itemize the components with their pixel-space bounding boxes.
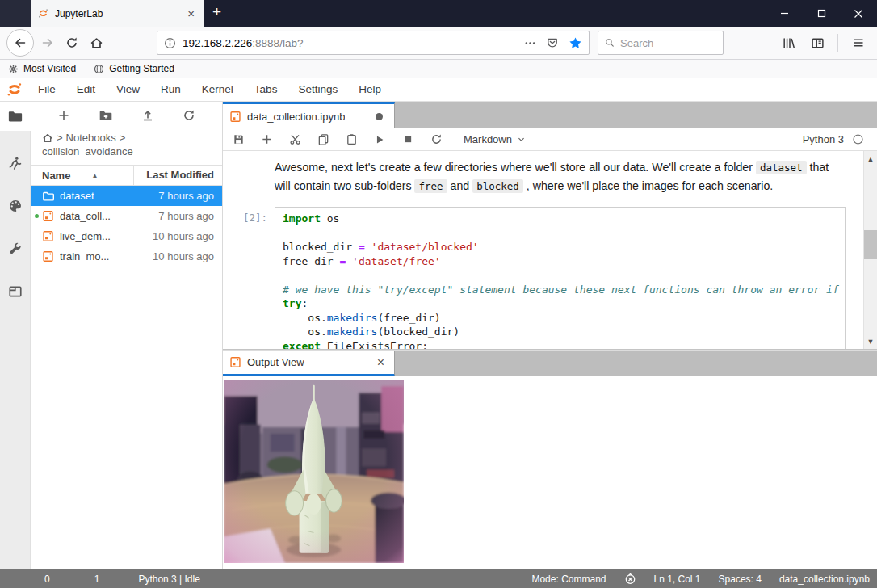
tab-spaces[interactable]: Spaces: 4 <box>719 573 762 585</box>
reload-button[interactable] <box>60 31 84 55</box>
sidebar-tab-tools[interactable] <box>0 234 31 263</box>
file-row-train-mo[interactable]: train_mo...10 hours ago <box>31 246 222 267</box>
close-tab-icon[interactable]: × <box>374 356 388 369</box>
search-input[interactable] <box>620 37 716 49</box>
file-modified: 10 hours ago <box>133 250 222 262</box>
markdown-text: and <box>447 179 473 192</box>
site-info-icon[interactable] <box>164 37 176 49</box>
pocket-icon[interactable] <box>546 36 559 49</box>
file-modified: 10 hours ago <box>133 230 222 242</box>
menu-help[interactable]: Help <box>348 78 392 101</box>
cut-cells-button[interactable] <box>287 132 302 147</box>
sidebars-button[interactable] <box>805 31 829 55</box>
column-last-modified[interactable]: Last Modified <box>133 166 222 185</box>
execution-count: [2]: <box>223 207 275 349</box>
jupyter-logo-icon <box>37 7 49 19</box>
refresh-icon[interactable] <box>183 109 195 122</box>
browser-tab-jupyterlab[interactable]: JupyterLab × <box>31 0 204 27</box>
file-row-live-dem[interactable]: live_dem...10 hours ago <box>31 226 222 246</box>
url-path: :8888/lab? <box>252 37 303 49</box>
file-row-data-coll[interactable]: data_coll...7 hours ago <box>31 206 222 226</box>
globe-icon <box>94 64 104 74</box>
menu-view[interactable]: View <box>106 78 150 101</box>
back-button[interactable] <box>6 29 34 57</box>
minimize-button[interactable] <box>766 0 803 27</box>
terminals-count[interactable]: 0 <box>44 573 50 585</box>
home-button[interactable] <box>84 31 108 55</box>
menu-edit[interactable]: Edit <box>66 78 106 101</box>
scroll-up-icon[interactable]: ▲ <box>864 153 877 165</box>
menu-button[interactable] <box>846 31 871 55</box>
new-tab-button[interactable]: + <box>204 0 230 27</box>
url-bar[interactable]: 192.168.2.226:8888/lab? <box>157 31 590 55</box>
tab-data-collection-notebook[interactable]: data_collection.ipynb <box>223 102 395 128</box>
notebook-file-icon <box>229 356 241 368</box>
library-button[interactable] <box>776 31 800 55</box>
tab-output-view[interactable]: Output View × <box>223 351 395 376</box>
maximize-button[interactable] <box>803 0 840 27</box>
sidebar-tab-opentabs[interactable] <box>0 277 31 306</box>
file-list-header: Name ▲ Last Modified <box>31 165 222 186</box>
code-editor[interactable]: import os blocked_dir = 'dataset/blocked… <box>275 207 846 349</box>
cell-type-dropdown[interactable]: Markdown <box>464 133 526 145</box>
bookmark-most-visited[interactable]: Most Visited <box>8 63 76 74</box>
breadcrumb-home-icon[interactable] <box>42 132 53 144</box>
run-cell-button[interactable] <box>372 132 387 147</box>
code-line <box>275 268 845 283</box>
forward-button[interactable] <box>36 31 60 55</box>
upload-icon[interactable] <box>141 109 154 122</box>
code-line: import os <box>275 212 845 226</box>
jupyterlab-menubar: FileEditViewRunKernelTabsSettingsHelp <box>0 78 877 102</box>
breadcrumb-current[interactable]: collision_avoidance <box>42 145 133 158</box>
kernels-count[interactable]: 1 <box>94 573 100 585</box>
stop-kernel-button[interactable] <box>401 132 415 147</box>
cursor-position[interactable]: Ln 1, Col 1 <box>654 573 701 585</box>
close-window-button[interactable] <box>840 0 877 27</box>
sidebar-tab-filebrowser[interactable] <box>0 102 31 131</box>
breadcrumb-parent[interactable]: Notebooks <box>66 131 116 145</box>
kernel-indicator[interactable]: Python 3 <box>803 133 869 145</box>
trust-indicator-icon[interactable] <box>624 573 636 585</box>
code-line <box>275 226 845 241</box>
search-box[interactable] <box>598 31 724 55</box>
sidebar-tab-commands[interactable] <box>0 191 31 220</box>
menu-tabs[interactable]: Tabs <box>244 78 288 101</box>
file-browser-panel: > Notebooks > collision_avoidance Name ▲… <box>31 102 223 569</box>
firefox-window: JupyterLab × + 192.168.2.226:8888/lab? <box>0 0 877 588</box>
paste-cells-button[interactable] <box>344 132 359 147</box>
bookmarks-bar: Most Visited Getting Started <box>0 60 877 78</box>
tab-close-icon[interactable]: × <box>185 7 197 19</box>
file-modified: 7 hours ago <box>133 190 222 202</box>
url-text[interactable]: 192.168.2.226:8888/lab? <box>183 37 518 49</box>
cell-type-value: Markdown <box>464 133 512 145</box>
page-actions-icon[interactable] <box>524 37 536 49</box>
file-row-dataset[interactable]: dataset7 hours ago <box>31 186 222 206</box>
unsaved-changes-icon[interactable] <box>376 113 383 120</box>
save-button[interactable] <box>231 132 245 147</box>
notebook-content[interactable]: Awesome, next let's create a few directo… <box>223 151 877 350</box>
new-folder-icon[interactable] <box>99 108 113 123</box>
active-file-name[interactable]: data_collection.ipynb <box>779 573 870 585</box>
running-kernel-dot <box>35 214 39 218</box>
new-launcher-icon[interactable] <box>57 109 70 122</box>
scrollbar-thumb[interactable] <box>864 230 877 259</box>
column-name[interactable]: Name ▲ <box>31 170 133 182</box>
notebook-scrollbar[interactable]: ▲ ▼ <box>863 151 877 349</box>
add-cell-button[interactable] <box>259 132 274 147</box>
bookmark-getting-started[interactable]: Getting Started <box>94 63 174 74</box>
status-bar: 0 1 Python 3 | Idle Mode: Command Ln 1, … <box>0 569 877 588</box>
copy-cells-button[interactable] <box>316 132 330 147</box>
markdown-cell[interactable]: Awesome, next let's create a few directo… <box>275 158 847 195</box>
restart-kernel-button[interactable] <box>429 132 443 147</box>
bookmark-star-icon[interactable] <box>569 36 582 50</box>
menu-kernel[interactable]: Kernel <box>191 78 244 101</box>
menu-settings[interactable]: Settings <box>287 78 348 101</box>
code-cell[interactable]: [2]: import os blocked_dir = 'dataset/bl… <box>223 207 863 349</box>
file-browser-toolbar <box>31 102 222 129</box>
menu-run[interactable]: Run <box>150 78 191 101</box>
command-mode-indicator[interactable]: Mode: Command <box>531 573 606 585</box>
kernel-status[interactable]: Python 3 | Idle <box>138 573 200 585</box>
menu-file[interactable]: File <box>27 78 66 101</box>
scroll-down-icon[interactable]: ▼ <box>864 335 877 347</box>
sidebar-tab-running[interactable] <box>0 149 31 178</box>
